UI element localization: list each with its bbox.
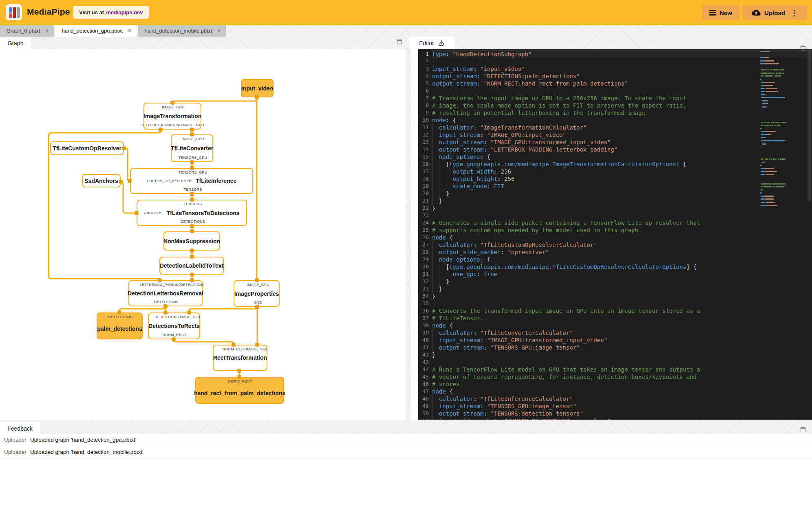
port-label: IMAGE_GPU [181, 123, 204, 127]
port-label: LETTERBOX_PADDING [141, 123, 182, 127]
app-header: MediaPipe Visit us at mediapipe.dev New … [0, 0, 812, 25]
code-line-34: 34} [418, 293, 812, 300]
graph-node-hand_rect_from_palm_detections[interactable]: hand_rect_from_palm_detectionsNORM_RECT [195, 377, 284, 404]
mediapipe-dev-link[interactable]: mediapipe.dev [106, 9, 143, 15]
node-title: hand_rect_from_palm_detections [194, 390, 285, 396]
code-line-5: 5output_stream: "NORM_RECT:hand_rect_fro… [418, 80, 812, 87]
cloud-upload-icon [752, 9, 761, 16]
node-title: DetectionLabelIdToText [160, 262, 224, 269]
code-line-24: 24# Generates a single side packet conta… [418, 219, 812, 227]
tab-graph[interactable]: Graph [0, 37, 31, 49]
port-label: DETECTIONS [181, 220, 205, 224]
close-tab-icon[interactable]: ✕ [128, 28, 131, 33]
tab-feedback[interactable]: Feedback [0, 422, 40, 435]
graph-node-TfLiteCustomOpResolver[interactable]: TfLiteCustomOpResolver [50, 141, 124, 155]
editor-bottom-strip [418, 420, 812, 420]
port-label: SIZE [254, 300, 263, 304]
upload-menu-kebab-icon[interactable]: ⋮ [790, 8, 798, 18]
code-line-48: 48calculator: "TfLiteInferenceCalculator… [418, 395, 812, 403]
port-label: ANCHORS [144, 211, 162, 215]
maximize-feedback-panel-icon[interactable] [801, 427, 805, 432]
code-line-7: 7# Transforms the input image on GPU to … [418, 95, 812, 102]
port-label: LETTERBOX_PADDING [140, 283, 181, 287]
new-button[interactable]: New [702, 5, 739, 20]
editor-tab-label: Editor [419, 40, 434, 46]
code-line-32: 32} [418, 278, 812, 285]
graph-node-palm_detections[interactable]: palm_detectionsDETECTIONS [97, 312, 143, 339]
code-line-27: 27calculator: "TfLiteCustomOpResolverCal… [418, 241, 812, 249]
graph-node-TfLiteConverter[interactable]: TfLiteConverterIMAGE_GPUTENSORS_GPU [171, 134, 213, 162]
port-label: NORM_RECT [163, 333, 187, 337]
code-line-38: 38node { [418, 322, 812, 329]
code-line-8: 8# image, the scale_mode option is set t… [418, 102, 812, 109]
file-tab-Graph_0.pbtxt[interactable]: Graph_0.pbtxt✕ [0, 25, 54, 37]
tab-editor[interactable]: Editor [409, 37, 455, 49]
code-line-43: 43 [418, 359, 812, 366]
graph-node-NonMaxSuppression[interactable]: NonMaxSuppression [163, 231, 220, 251]
port-label: DETECTIONS [180, 283, 205, 287]
graph-node-ImageTransformation[interactable]: ImageTransformationIMAGE_GPULETTERBOX_PA… [143, 103, 201, 130]
close-tab-icon[interactable]: ✕ [45, 28, 49, 33]
code-line-21: 21} [418, 197, 812, 205]
graph-node-RectTransformation[interactable]: RectTransformationNORM_RECTIMAGE_SIZE [213, 345, 267, 371]
code-line-50: 50output_stream: "TENSORS:detection_tens… [418, 410, 812, 417]
code-line-20: 20} [418, 190, 812, 197]
code-line-47: 47node { [418, 388, 812, 395]
maximize-editor-panel-icon[interactable] [801, 46, 805, 51]
code-line-16: 16[type.googleapis.com/mediapipe.ImageTr… [418, 161, 812, 168]
port-label: TENSORS [184, 202, 202, 206]
graph-node-TfLiteTensorsToDetections[interactable]: ANCHORSTfLiteTensorsToDetectionsTENSORSD… [137, 200, 247, 226]
code-editor[interactable]: 1type: "HandDetectionSubgraph"23input_st… [418, 49, 812, 420]
node-title: palm_detections [97, 326, 142, 332]
minimap[interactable] [758, 51, 793, 222]
code-line-26: 26node { [418, 234, 812, 241]
code-line-18: 18output_height: 256 [418, 175, 812, 183]
graph-tab-label: Graph [8, 40, 24, 46]
code-line-23: 23 [418, 212, 812, 219]
code-line-12: 12input_stream: "IMAGE_GPU:input_video" [418, 131, 812, 139]
node-title: TfLiteCustomOpResolver [53, 145, 121, 152]
feedback-message: Uploaded graph 'hand_detection_mobile.pb… [30, 449, 143, 455]
port-label: CUSTOM_OP_RESOLVER [147, 179, 192, 183]
maximize-graph-panel-icon[interactable] [397, 40, 402, 44]
code-line-29: 29node_options: { [418, 256, 812, 263]
graph-node-TfLiteInference[interactable]: CUSTOM_OP_RESOLVERTfLiteInferenceTENSORS… [130, 168, 253, 194]
file-tab-hand_detection_gpu.pbtxt[interactable]: hand_detection_gpu.pbtxt✕ [55, 25, 137, 37]
code-line-25: 25# supports custom ops needed by the mo… [418, 227, 812, 234]
port-label: IMAGE_GPU [181, 137, 204, 141]
feedback-tab-label: Feedback [7, 425, 32, 432]
graph-node-DetectionsToRects[interactable]: DetectionsToRectsDETECTIONSIMAGE_SIZENOR… [148, 312, 200, 339]
feedback-row: UploaderUploaded graph 'hand_detection_g… [0, 434, 812, 446]
feedback-source: Uploader [4, 437, 30, 443]
node-title: TfLiteInference [196, 178, 236, 184]
file-tab-hand_detection_mobile.pbtxt[interactable]: hand_detection_mobile.pbtxt✕ [138, 25, 225, 37]
editor-scrollbar[interactable] [808, 49, 811, 201]
upload-button-label: Upload [764, 9, 785, 16]
code-line-49: 49input_stream: "TENSORS_GPU:image_tenso… [418, 403, 812, 410]
code-line-39: 39calculator: "TfLiteConverterCalculator… [418, 329, 812, 337]
editor-panel: 1type: "HandDetectionSubgraph"23input_st… [411, 49, 812, 420]
graph-node-input_video[interactable]: input_video [241, 79, 274, 97]
download-icon[interactable] [438, 40, 445, 46]
graph-node-DetectionLetterboxRemoval[interactable]: DetectionLetterboxRemovalLETTERBOX_PADDI… [128, 280, 203, 306]
port-label: TENSORS [184, 187, 202, 191]
graph-canvas[interactable]: input_videoImageTransformationIMAGE_GPUL… [0, 49, 406, 420]
code-line-13: 13output_stream: "IMAGE_GPU:transformed_… [418, 139, 812, 146]
code-line-19: 19scale_mode: FIT [418, 183, 812, 190]
graph-node-DetectionLabelIdToText[interactable]: DetectionLabelIdToText [159, 257, 224, 275]
upload-button[interactable]: Upload ⋮ [743, 5, 807, 20]
new-button-label: New [719, 9, 732, 16]
code-line-14: 14output_stream: "LETTERBOX_PADDING:lett… [418, 146, 812, 153]
port-label: NORM_RECT [223, 347, 247, 351]
code-line-1: 1type: "HandDetectionSubgraph" [418, 51, 812, 58]
port-label: TENSORS_GPU [179, 170, 207, 174]
node-title: ImageTransformation [143, 113, 201, 119]
code-line-4: 4output_stream: "DETECTIONS:palm_detecti… [418, 73, 812, 80]
code-line-11: 11calculator: "ImageTransformationCalcul… [418, 124, 812, 131]
close-tab-icon[interactable]: ✕ [217, 28, 221, 33]
graph-node-SsdAnchors[interactable]: SsdAnchors [82, 174, 121, 187]
code-line-36: 36# Converts the transformed input image… [418, 307, 812, 315]
graph-node-ImageProperties[interactable]: ImagePropertiesIMAGE_GPUSIZE [234, 280, 280, 307]
node-title: TfLiteConverter [171, 145, 213, 152]
node-title: SsdAnchors [84, 178, 118, 184]
